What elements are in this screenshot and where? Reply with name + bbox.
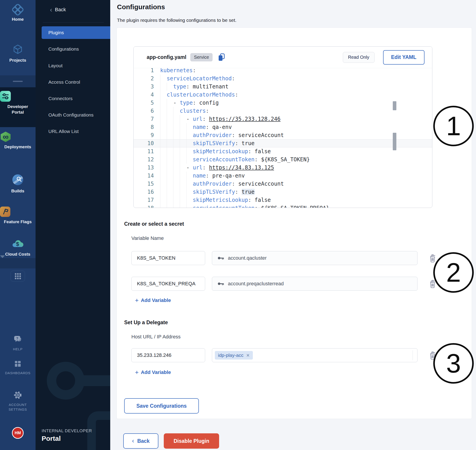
line-number: 2: [134, 74, 160, 83]
yaml-code-line: 11skipMetricsLookup: false: [134, 147, 432, 155]
yaml-code-line: 8name: qa-env: [134, 123, 432, 131]
sidebar-item-builds[interactable]: Builds: [0, 174, 35, 194]
sidebar-item-account-settings[interactable]: ACCOUNT SETTINGS: [0, 391, 35, 412]
host-url-input[interactable]: [131, 348, 205, 362]
harness-logo-icon: [13, 4, 23, 14]
yaml-editor-header: app-config.yaml Service Read Only Edit Y…: [134, 47, 432, 68]
line-number: 5: [134, 99, 160, 107]
back-link[interactable]: ‹ Back: [50, 6, 66, 13]
field-divider: [412, 350, 413, 360]
disable-plugin-button[interactable]: Disable Plugin: [164, 433, 219, 449]
variable-name-label: Variable Name: [131, 235, 164, 241]
sidebar-divider: [43, 22, 104, 23]
line-number: 9: [134, 131, 160, 139]
delegate-section-title: Set Up a Delegate: [124, 320, 168, 326]
sidebar-item-projects[interactable]: Projects: [0, 44, 35, 63]
page-title: Configurations: [117, 3, 165, 11]
user-avatar[interactable]: HM: [12, 427, 24, 439]
delegate-tags-field[interactable]: idp-play-acc ✕: [212, 348, 417, 362]
yaml-code-line: 14name: pre-qa-env: [134, 172, 432, 180]
svg-text:$: $: [16, 241, 19, 247]
yaml-code-line: 16skipTLSVerify: true: [134, 188, 432, 196]
sidebar-item-cloud-costs[interactable]: $ Cloud Costs: [0, 238, 35, 257]
scrollbar-thumb[interactable]: [393, 133, 396, 150]
secret-value: account.preqaclusterread: [228, 281, 284, 287]
sidebar-item-oauth-configurations[interactable]: OAuth Configurations: [48, 109, 94, 121]
edit-yaml-button[interactable]: Edit YAML: [383, 50, 424, 65]
line-number: 14: [134, 172, 160, 180]
add-variable-button[interactable]: + Add Variable: [135, 369, 171, 375]
read-only-badge: Read Only: [343, 52, 375, 63]
sidebar-item-plugins[interactable]: Plugins: [42, 26, 110, 39]
yaml-code-line: 4clusterLocatorMethods:: [134, 91, 432, 99]
yaml-code-line: 12serviceAccountToken: ${K8S_SA_TOKEN}: [134, 155, 432, 164]
yaml-code-line: 1kubernetes:: [134, 68, 432, 74]
sidebar-item-access-control[interactable]: Access Control: [48, 76, 80, 88]
secret-select[interactable]: account.qacluster: [212, 251, 417, 265]
plus-icon: +: [135, 370, 139, 375]
save-configurations-button[interactable]: Save Configurations: [124, 398, 199, 414]
footer-back-button[interactable]: ‹ Back: [123, 433, 158, 449]
yaml-code-area[interactable]: 1kubernetes:2serviceLocatorMethod:3type:…: [134, 68, 432, 208]
cloud-costs-icon: $: [12, 238, 24, 249]
line-number: 11: [134, 147, 160, 155]
deployments-icon: ∞: [0, 132, 11, 142]
line-number: 4: [134, 91, 160, 99]
brand: INTERNAL DEVELOPER Portal: [42, 428, 92, 442]
feature-flags-icon: [0, 207, 10, 217]
line-number: 1: [134, 68, 160, 74]
sidebar-item-layout[interactable]: Layout: [48, 60, 63, 71]
variable-name-input[interactable]: [131, 251, 205, 265]
sidebar-item-feature-flags[interactable]: Feature Flags: [0, 207, 35, 225]
sidebar-item-dashboards[interactable]: DASHBOARDS: [0, 360, 35, 375]
rail-item-label: DASHBOARDS: [0, 371, 35, 375]
yaml-code-line: 3type: multiTenant: [134, 83, 432, 91]
rail-item-label: Feature Flags: [0, 219, 35, 225]
dashboards-icon: [14, 360, 22, 368]
module-grid-button[interactable]: [11, 271, 25, 281]
sidebar-item-deployments[interactable]: ∞ Deployments: [0, 132, 35, 150]
sidebar-item-developer-portal[interactable]: Developer Portal: [0, 91, 35, 115]
key-icon: [217, 256, 224, 260]
secret-value: account.qacluster: [228, 255, 267, 261]
chevron-left-icon: ‹: [132, 437, 134, 444]
line-number: 12: [134, 155, 160, 164]
rail-item-label: HELP: [0, 347, 35, 351]
copy-icon[interactable]: [218, 53, 225, 61]
secret-select[interactable]: account.preqaclusterread: [212, 277, 417, 291]
line-number: 15: [134, 180, 160, 188]
yaml-code-line: 15authProvider: serviceAccount: [134, 180, 432, 188]
rail-item-label: Projects: [0, 57, 35, 63]
sidebar-item-home[interactable]: Home: [0, 4, 35, 22]
yaml-code-line: 6clusters:: [134, 107, 432, 115]
collapse-handle-icon: [13, 81, 23, 82]
sidebar-item-connectors[interactable]: Connectors: [48, 93, 72, 104]
service-badge: Service: [190, 53, 212, 61]
yaml-code-line: 17skipMetricsLookup: false: [134, 196, 432, 204]
yaml-code-line: 18serviceAccountToken: ${K8S_SA_TOKEN_PR…: [134, 204, 432, 208]
variable-name-input[interactable]: [131, 277, 205, 291]
cube-icon: [13, 44, 23, 54]
builds-icon: [12, 174, 23, 185]
annotation-circle-3: 3: [433, 343, 474, 384]
remove-tag-icon[interactable]: ✕: [246, 353, 250, 358]
sidebar-item-configurations[interactable]: Configurations: [48, 43, 79, 55]
gear-icon: [13, 391, 22, 400]
yaml-editor-panel: app-config.yaml Service Read Only Edit Y…: [133, 46, 432, 208]
add-variable-button[interactable]: + Add Variable: [135, 297, 171, 303]
rail-collapse-strip[interactable]: [0, 75, 35, 87]
brand-eyebrow: INTERNAL DEVELOPER: [42, 428, 92, 433]
rail-scroll-more[interactable]: [0, 258, 35, 268]
svg-text:?: ?: [16, 336, 18, 340]
annotation-circle-2: 2: [433, 252, 474, 293]
app-window: Home Projects Developer Portal: [0, 0, 476, 450]
host-url-label: Host URL / IP Address: [131, 334, 181, 340]
delete-row-button[interactable]: [429, 254, 436, 263]
scrollbar-thumb[interactable]: [393, 101, 396, 110]
line-number: 18: [134, 204, 160, 208]
sidebar-item-help[interactable]: ? HELP: [0, 335, 35, 351]
rail-item-label: Home: [0, 16, 35, 22]
sidebar-item-url-allow-list[interactable]: URL Allow List: [48, 125, 79, 137]
developer-portal-icon: [0, 91, 11, 102]
page-subtitle: The plugin requires the following config…: [117, 18, 236, 23]
